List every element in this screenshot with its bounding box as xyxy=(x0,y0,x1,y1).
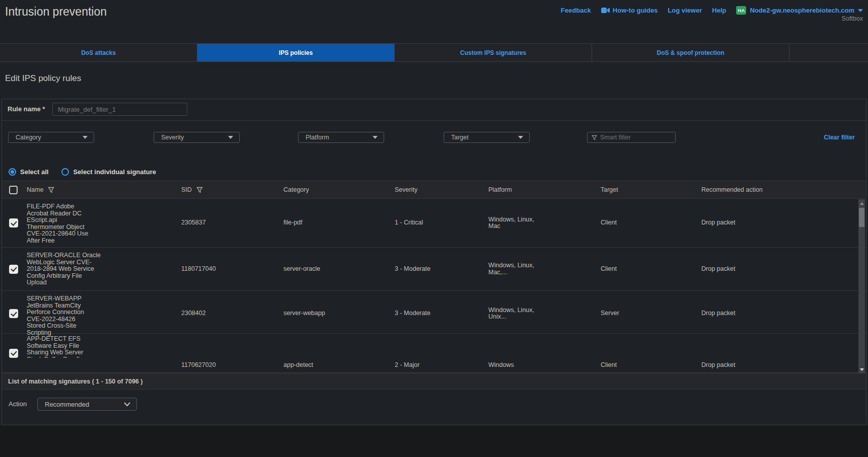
signature-target: Server xyxy=(601,310,701,317)
signature-sid: 1180717040 xyxy=(181,266,283,273)
signature-platform: Windows, Linux, Unix... xyxy=(488,307,601,321)
name-filter-funnel-icon[interactable] xyxy=(48,187,54,193)
page-title: Intrusion prevention xyxy=(5,5,107,19)
column-header-category: Category xyxy=(283,186,395,193)
divider xyxy=(2,120,866,121)
smart-filter-input[interactable] xyxy=(600,134,671,141)
signature-action: Drop packet xyxy=(701,266,866,273)
log-viewer-link[interactable]: Log viewer xyxy=(668,7,702,14)
table-scrollbar[interactable] xyxy=(858,199,865,373)
signature-sid: 1170627020 xyxy=(181,362,283,373)
row-checkbox[interactable] xyxy=(9,309,18,318)
column-header-name: Name xyxy=(27,186,181,193)
table-row: SERVER-ORACLE Oracle WebLogic Server CVE… xyxy=(2,248,866,291)
row-checkbox[interactable] xyxy=(9,265,18,274)
table-row: SERVER-WEBAPP JetBrains TeamCity Perforc… xyxy=(2,291,866,334)
environment-label: Softbox xyxy=(842,15,863,22)
action-select[interactable]: Recommended xyxy=(37,398,137,411)
table-header-row: Name SID Category Severity Platform Targ… xyxy=(2,181,866,199)
edit-ips-policy-panel: Rule name * Category Severity Platform T… xyxy=(2,99,866,425)
bottom-strip xyxy=(0,425,868,457)
help-link[interactable]: Help xyxy=(712,7,726,14)
signature-severity: 1 - Critical xyxy=(395,219,488,226)
signature-severity: 3 - Moderate xyxy=(395,310,488,317)
chevron-down-icon xyxy=(83,136,88,139)
howto-guides-link[interactable]: How-to guides xyxy=(601,7,658,14)
column-header-sid: SID xyxy=(181,186,283,193)
signature-name: SERVER-ORACLE Oracle WebLogic Server CVE… xyxy=(27,248,181,286)
column-header-target: Target xyxy=(601,186,701,193)
matching-signatures-summary: List of matching signatures ( 1 - 150 of… xyxy=(8,378,142,385)
column-header-severity: Severity xyxy=(395,186,488,193)
signature-severity: 3 - Moderate xyxy=(395,266,488,273)
signature-action: Drop packet xyxy=(701,310,866,317)
tab-bar: DoS attacks IPS policies Custom IPS sign… xyxy=(0,43,868,62)
signature-platform: Windows, Linux, Mac,... xyxy=(488,262,601,276)
tab-dos-attacks[interactable]: DoS attacks xyxy=(0,44,197,61)
signature-sid: 2305837 xyxy=(181,219,283,226)
hostname-menu[interactable]: HA Node2-gw.neospherebiotech.com xyxy=(736,6,863,15)
platform-dropdown[interactable]: Platform xyxy=(298,132,384,143)
tab-ips-policies[interactable]: IPS policies xyxy=(197,44,395,61)
signature-sid: 2308402 xyxy=(181,310,283,317)
select-individual-radio[interactable]: Select individual signature xyxy=(61,168,156,176)
intrusion-prevention-page: Intrusion prevention Feedback How-to gui… xyxy=(0,0,868,457)
rule-name-label: Rule name * xyxy=(8,103,45,116)
chevron-down-icon xyxy=(858,9,863,12)
table-row: FILE-PDF Adobe Acrobat Reader DC EScript… xyxy=(2,199,866,248)
action-row: Action Recommended xyxy=(2,390,866,426)
row-checkbox[interactable] xyxy=(9,218,18,227)
tab-bar-filler xyxy=(789,44,868,61)
page-header: Intrusion prevention Feedback How-to gui… xyxy=(0,0,868,43)
signature-platform: Windows, Linux, Mac xyxy=(488,216,601,230)
scroll-down-arrow-icon[interactable] xyxy=(858,366,865,373)
signature-name: APP-DETECT EFS Software Easy File Sharin… xyxy=(27,334,181,358)
signature-name: SERVER-WEBAPP JetBrains TeamCity Perforc… xyxy=(27,291,181,336)
signature-platform: Windows xyxy=(488,362,601,373)
signature-category: server-oracle xyxy=(283,266,395,273)
signature-action: Drop packet xyxy=(701,219,866,226)
chevron-down-icon xyxy=(373,136,378,139)
category-dropdown[interactable]: Category xyxy=(8,132,94,143)
clear-filter-link[interactable]: Clear filter xyxy=(824,132,855,143)
signature-severity: 2 - Major xyxy=(395,362,488,373)
chevron-down-icon xyxy=(518,136,523,139)
severity-dropdown[interactable]: Severity xyxy=(154,132,240,143)
signature-target: Client xyxy=(601,266,701,273)
chevron-down-icon xyxy=(124,402,130,407)
table-footer: List of matching signatures ( 1 - 150 of… xyxy=(2,373,866,390)
tab-dos-spoof-protection[interactable]: DoS & spoof protection xyxy=(592,44,789,61)
feedback-link[interactable]: Feedback xyxy=(561,7,591,14)
video-camera-icon xyxy=(601,7,610,14)
rule-name-input[interactable] xyxy=(52,103,187,116)
signature-target: Client xyxy=(601,219,701,226)
hostname-label: Node2-gw.neospherebiotech.com xyxy=(750,7,854,14)
rule-name-row: Rule name * xyxy=(2,99,866,120)
radio-unselected-icon xyxy=(61,168,69,176)
signature-action: Drop packet xyxy=(701,362,866,373)
smart-filter-box xyxy=(587,132,676,143)
column-header-recommended-action: Recommended action xyxy=(701,186,866,193)
row-checkbox[interactable] xyxy=(9,349,18,358)
signature-category: file-pdf xyxy=(283,219,395,226)
select-all-checkbox[interactable] xyxy=(9,186,18,194)
chevron-down-icon xyxy=(228,136,233,139)
column-header-platform: Platform xyxy=(488,186,601,193)
scrollbar-thumb[interactable] xyxy=(859,208,864,227)
select-all-radio[interactable]: Select all xyxy=(9,168,48,176)
signatures-table: Name SID Category Severity Platform Targ… xyxy=(2,181,866,390)
signature-name: FILE-PDF Adobe Acrobat Reader DC EScript… xyxy=(27,199,181,244)
table-row: APP-DETECT EFS Software Easy File Sharin… xyxy=(2,334,866,373)
action-label: Action xyxy=(9,398,27,411)
filter-row: Category Severity Platform Target xyxy=(2,132,866,143)
sid-filter-funnel-icon[interactable] xyxy=(196,187,203,193)
funnel-icon xyxy=(592,135,597,140)
section-heading: Edit IPS policy rules xyxy=(5,73,81,84)
tab-custom-ips-signatures[interactable]: Custom IPS signatures xyxy=(395,44,592,61)
target-dropdown[interactable]: Target xyxy=(444,132,530,143)
signature-category: server-webapp xyxy=(283,310,395,317)
signature-category: app-detect xyxy=(283,362,395,373)
radio-selected-icon xyxy=(9,168,16,176)
scroll-up-arrow-icon[interactable] xyxy=(858,200,865,207)
signature-target: Client xyxy=(601,362,701,373)
